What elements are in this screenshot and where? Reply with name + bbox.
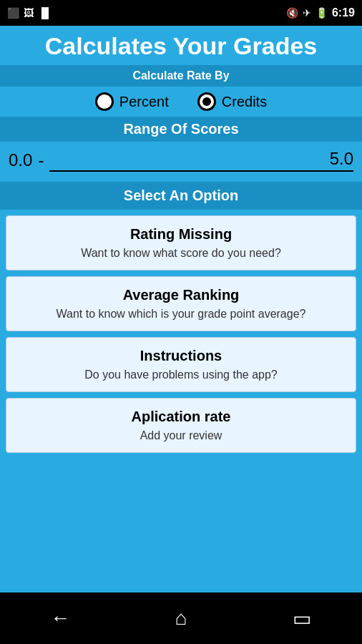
option-aplication-rate-desc: Add your review <box>18 429 344 442</box>
option-instructions-desc: Do you have problems using the app? <box>18 369 344 381</box>
mute-icon: 🔇 <box>286 7 298 19</box>
radio-percent-label: Percent <box>119 94 169 110</box>
range-bar: Range Of Scores <box>0 117 362 142</box>
select-bar: Select An Option <box>0 182 362 210</box>
rate-bar-label: Calculate Rate By <box>132 69 229 82</box>
score-min-value: 0.0 <box>9 150 32 170</box>
status-bar-right: 🔇 ✈ 🔋 6:19 <box>286 6 355 19</box>
option-aplication-rate-title: Aplication rate <box>18 409 344 425</box>
battery-icon: 🔋 <box>315 7 328 19</box>
nav-back-button[interactable] <box>42 604 78 633</box>
radio-percent[interactable]: Percent <box>95 92 169 111</box>
score-dash: - <box>38 150 44 170</box>
nav-recents-button[interactable] <box>284 604 320 633</box>
airplane-icon: ✈ <box>303 7 311 19</box>
status-bar-left: ⬛ 🖼 ▐▌ <box>7 7 52 19</box>
radio-credits-label: Credits <box>222 94 267 110</box>
score-max-input[interactable] <box>49 149 353 172</box>
radio-options: Percent Credits <box>0 87 362 117</box>
status-time: 6:19 <box>332 6 355 19</box>
option-rating-missing[interactable]: Rating Missing Want to know what score d… <box>6 215 356 270</box>
option-instructions-title: Instructions <box>18 348 344 364</box>
media-icon: 🖼 <box>24 7 34 19</box>
status-bar: ⬛ 🖼 ▐▌ 🔇 ✈ 🔋 6:19 <box>0 0 362 26</box>
option-instructions[interactable]: Instructions Do you have problems using … <box>6 337 356 392</box>
range-bar-label: Range Of Scores <box>123 121 238 137</box>
option-average-ranking-desc: Want to know which is your grade point a… <box>18 308 344 321</box>
option-rating-missing-desc: Want to know what score do you need? <box>18 247 344 260</box>
app-title-section: Calculates Your Grades <box>0 26 362 65</box>
bb-icon: ⬛ <box>7 7 19 19</box>
score-input-container <box>49 149 353 172</box>
option-rating-missing-title: Rating Missing <box>18 226 344 243</box>
select-bar-label: Select An Option <box>124 187 238 203</box>
radio-credits-circle[interactable] <box>197 92 216 111</box>
rate-bar: Calculate Rate By <box>0 65 362 87</box>
app-container: Calculates Your Grades Calculate Rate By… <box>0 26 362 592</box>
option-average-ranking[interactable]: Average Ranking Want to know which is yo… <box>6 276 356 331</box>
radio-credits[interactable]: Credits <box>197 92 267 111</box>
score-row: 0.0 - <box>0 142 362 182</box>
option-average-ranking-title: Average Ranking <box>18 287 344 303</box>
option-aplication-rate[interactable]: Aplication rate Add your review <box>6 398 356 453</box>
radio-percent-circle[interactable] <box>95 92 114 111</box>
app-title: Calculates Your Grades <box>6 33 356 59</box>
nav-bar <box>0 592 362 644</box>
nav-home-button[interactable] <box>163 604 199 633</box>
options-list: Rating Missing Want to know what score d… <box>0 210 362 592</box>
bars-icon: ▐▌ <box>38 7 52 19</box>
